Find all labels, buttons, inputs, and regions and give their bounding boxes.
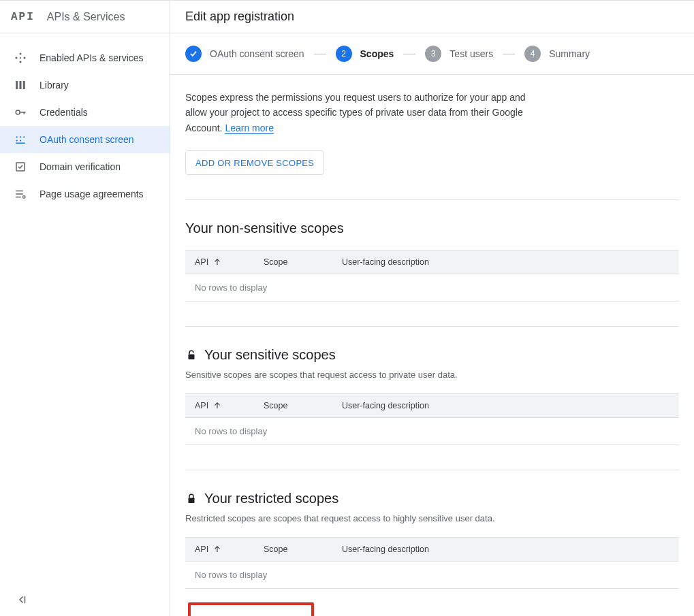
sidebar-item-domain-verification[interactable]: Domain verification [0,153,170,180]
table-header: API Scope User-facing description [185,537,679,562]
section-title-text: Your sensitive scopes [204,347,336,363]
svg-point-2 [24,57,26,59]
section-subtitle: Restricted scopes are scopes that reques… [185,513,679,523]
table-non-sensitive: API Scope User-facing description No row… [185,250,679,302]
section-subtitle: Sensitive scopes are scopes that request… [185,370,679,380]
step-separator [503,54,515,54]
main-header: Edit app registration [170,1,694,33]
col-desc[interactable]: User-facing description [342,545,679,554]
step-number: 3 [425,46,441,62]
consent-icon [14,133,27,146]
key-icon [14,106,27,119]
sidebar-item-label: OAuth consent screen [40,134,134,145]
col-api-label: API [195,401,208,410]
save-and-continue-button[interactable]: SAVE AND CONTINUE [195,609,307,616]
col-api[interactable]: API [185,545,264,554]
step-number: 2 [336,46,352,62]
sidebar-item-enabled-apis[interactable]: Enabled APIs & services [0,44,170,71]
table-sensitive: API Scope User-facing description No row… [185,393,679,445]
svg-point-1 [16,57,18,59]
table-header: API Scope User-facing description [185,250,679,274]
api-logo: API [11,11,35,23]
svg-rect-18 [16,191,23,192]
step-separator [403,54,415,54]
arrow-up-icon [212,401,222,410]
svg-rect-7 [23,81,25,89]
col-desc[interactable]: User-facing description [342,257,679,267]
intro-text: Scopes express the permissions you reque… [185,90,539,135]
col-api-label: API [195,545,208,554]
page-title: Edit app registration [185,10,294,24]
add-or-remove-scopes-button[interactable]: ADD OR REMOVE SCOPES [185,150,324,175]
table-header: API Scope User-facing description [185,393,679,418]
highlight-annotation: SAVE AND CONTINUE [188,602,314,616]
arrow-up-icon [212,257,222,267]
empty-row: No rows to display [185,418,679,444]
step-label: Summary [549,48,590,59]
lock-icon [185,493,198,505]
library-icon [14,78,27,92]
section-title: Your non-sensitive scopes [185,221,679,236]
svg-point-12 [20,136,21,137]
sidebar-header: API APIs & Services [0,1,170,33]
section-sensitive: Your sensitive scopes Sensitive scopes a… [185,326,679,445]
content: OAuth consent screen 2 Scopes 3 Test use… [170,33,694,616]
step-oauth-consent[interactable]: OAuth consent screen [185,46,304,62]
col-scope[interactable]: Scope [264,257,342,267]
svg-point-13 [23,136,25,137]
sidebar: API APIs & Services Enabled APIs & servi… [0,1,170,616]
svg-point-4 [20,57,21,59]
sidebar-nav: Enabled APIs & services Library Credenti… [0,33,170,583]
section-title-text: Your non-sensitive scopes [185,221,344,236]
step-test-users[interactable]: 3 Test users [425,46,493,62]
product-title: APIs & Services [47,11,125,23]
empty-row: No rows to display [185,562,679,588]
section-title-text: Your restricted scopes [204,491,338,506]
sidebar-item-label: Page usage agreements [40,189,144,199]
sidebar-footer [0,583,170,616]
svg-point-8 [16,110,20,114]
col-api[interactable]: API [185,401,264,410]
check-icon [185,46,202,62]
step-number: 4 [524,46,541,62]
collapse-sidebar-button[interactable] [14,591,30,608]
step-summary[interactable]: 4 Summary [524,46,590,62]
sidebar-item-label: Library [40,80,69,91]
step-label: Test users [449,48,493,59]
learn-more-link[interactable]: Learn more [225,123,274,134]
svg-rect-6 [20,81,22,89]
svg-rect-10 [24,112,25,114]
col-api[interactable]: API [185,257,264,267]
lock-open-icon [185,349,198,361]
col-scope[interactable]: Scope [264,545,342,554]
svg-rect-17 [16,163,25,171]
diamond-icon [14,51,27,65]
step-label: OAuth consent screen [210,48,304,59]
main: Edit app registration OAuth consent scre… [170,1,694,616]
sidebar-item-oauth-consent[interactable]: OAuth consent screen [0,126,170,153]
svg-point-15 [20,140,21,141]
svg-rect-16 [16,143,25,144]
agreement-icon [14,187,27,201]
section-title: Your sensitive scopes [185,347,679,363]
svg-rect-20 [16,197,21,198]
svg-point-0 [20,53,22,55]
svg-rect-19 [16,193,23,195]
section-restricted: Your restricted scopes Restricted scopes… [185,470,679,589]
svg-rect-5 [16,81,18,89]
section-title: Your restricted scopes [185,491,679,506]
sidebar-item-page-usage-agreements[interactable]: Page usage agreements [0,180,170,208]
svg-point-3 [20,61,22,63]
svg-rect-23 [189,498,195,503]
arrow-up-icon [212,545,222,554]
actions: SAVE AND CONTINUE CANCEL [185,589,679,616]
svg-point-11 [16,136,18,137]
stepper: OAuth consent screen 2 Scopes 3 Test use… [170,33,694,75]
empty-row: No rows to display [185,274,679,301]
sidebar-item-credentials[interactable]: Credentials [0,99,170,126]
sidebar-item-library[interactable]: Library [0,71,170,99]
col-desc[interactable]: User-facing description [342,401,679,410]
step-scopes[interactable]: 2 Scopes [336,46,394,62]
section-non-sensitive: Your non-sensitive scopes API Scope User… [185,199,679,302]
col-scope[interactable]: Scope [264,401,342,410]
